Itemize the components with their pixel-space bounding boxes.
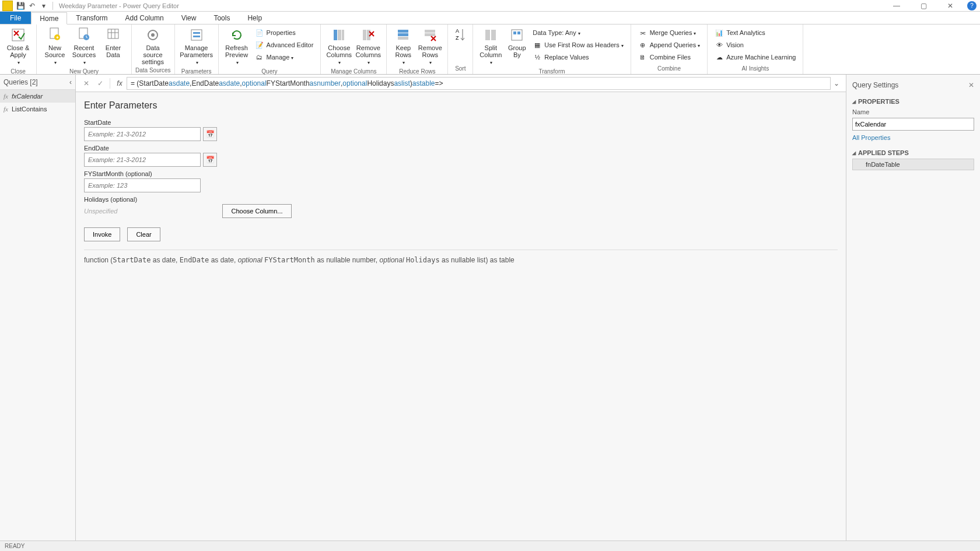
enter-data-icon (105, 27, 121, 43)
help-icon[interactable]: ? (967, 1, 977, 10)
svg-rect-38 (517, 31, 520, 34)
svg-rect-36 (512, 30, 522, 40)
remove-columns-button[interactable]: Remove Columns (354, 26, 383, 68)
all-properties-link[interactable]: All Properties (852, 134, 974, 141)
holidays-label: Holidays (optional) (84, 196, 838, 203)
commit-formula-button[interactable]: ✓ (93, 77, 107, 90)
manage-button[interactable]: 🗂Manage (253, 51, 316, 63)
startdate-label: StartDate (84, 119, 838, 126)
svg-rect-28 (425, 33, 435, 36)
first-row-headers-button[interactable]: ▦Use First Row as Headers (530, 39, 625, 51)
applied-steps-section[interactable]: APPLIED STEPS (852, 149, 974, 156)
svg-rect-8 (108, 29, 118, 38)
close-settings-button[interactable]: ✕ (968, 81, 974, 89)
tab-help[interactable]: Help (239, 12, 271, 24)
advanced-editor-button[interactable]: 📝Advanced Editor (253, 39, 316, 51)
collapse-queries-button[interactable]: ‹ (69, 78, 72, 86)
minimize-button[interactable]: — (883, 0, 910, 12)
invoke-button[interactable]: Invoke (84, 227, 120, 241)
properties-button[interactable]: 📄Properties (253, 27, 316, 38)
fystartmonth-label: FYStartMonth (optional) (84, 170, 838, 177)
merge-queries-button[interactable]: ⫘Merge Queries (636, 27, 703, 38)
manage-parameters-button[interactable]: Manage Parameters (178, 26, 215, 68)
tab-add-column[interactable]: Add Column (117, 12, 173, 24)
startdate-picker-button[interactable]: 📅 (203, 127, 217, 141)
headers-icon: ▦ (533, 40, 542, 50)
data-source-settings-button[interactable]: Data source settings (135, 26, 170, 66)
group-sort-label: Sort (452, 65, 469, 74)
data-type-button[interactable]: Data Type: Any (530, 27, 625, 38)
text-analytics-icon: 📊 (715, 28, 724, 37)
recent-sources-button[interactable]: Recent Sources (69, 26, 99, 68)
svg-rect-37 (513, 31, 516, 34)
tab-view[interactable]: View (173, 12, 205, 24)
enter-data-button[interactable]: Enter Data (99, 26, 128, 59)
sort-icon: AZ (452, 27, 468, 43)
undo-icon[interactable]: ↶ (27, 1, 37, 11)
properties-section[interactable]: PROPERTIES (852, 98, 974, 105)
ribbon-tabs: File Home Transform Add Column View Tool… (0, 12, 980, 24)
save-icon[interactable]: 💾 (15, 1, 26, 11)
tab-tools[interactable]: Tools (205, 12, 239, 24)
status-bar: READY (0, 541, 980, 551)
svg-rect-20 (363, 30, 366, 40)
keep-rows-icon (395, 27, 411, 43)
text-analytics-button[interactable]: 📊Text Analytics (712, 27, 798, 38)
svg-text:Z: Z (456, 35, 459, 41)
maximize-button[interactable]: ▢ (910, 0, 937, 12)
group-ai-label: AI Insights (711, 65, 799, 74)
enter-parameters-title: Enter Parameters (84, 100, 838, 111)
query-name-input[interactable] (852, 118, 974, 131)
sort-button[interactable]: AZ (452, 26, 469, 45)
split-column-button[interactable]: Split Column (477, 26, 505, 68)
query-item-listcontains[interactable]: fxListContains (0, 103, 75, 115)
formula-input[interactable]: = (StartDate as date, EndDate as date, o… (127, 77, 831, 90)
choose-columns-button[interactable]: Choose Columns (324, 26, 354, 68)
close-apply-icon (10, 27, 26, 43)
enddate-input[interactable] (84, 153, 201, 167)
query-item-fxcalendar[interactable]: fxfxCalendar (0, 90, 75, 103)
title-bar: 💾 ↶ ▾ Weekday Parameter - Power Query Ed… (0, 0, 980, 12)
fystartmonth-input[interactable] (84, 178, 201, 192)
status-text: READY (5, 543, 24, 549)
replace-values-button[interactable]: ½Replace Values (530, 51, 625, 63)
function-icon: fx (4, 93, 8, 100)
clear-button[interactable]: Clear (127, 227, 160, 241)
ribbon: Close & Apply Close ✦New Source Recent S… (0, 24, 980, 75)
choose-column-button[interactable]: Choose Column... (222, 204, 291, 218)
keep-rows-button[interactable]: Keep Rows (390, 26, 416, 68)
tab-home[interactable]: Home (31, 12, 67, 24)
vision-button[interactable]: 👁Vision (712, 39, 798, 51)
function-icon: fx (4, 106, 8, 113)
tab-file[interactable]: File (0, 12, 31, 24)
close-apply-button[interactable]: Close & Apply (4, 26, 33, 68)
enddate-picker-button[interactable]: 📅 (203, 153, 217, 167)
refresh-icon (229, 27, 245, 43)
refresh-preview-button[interactable]: Refresh Preview (222, 26, 251, 68)
svg-rect-17 (334, 30, 337, 40)
svg-rect-15 (193, 32, 200, 34)
azure-ml-button[interactable]: ☁Azure Machine Learning (712, 51, 798, 63)
remove-rows-button[interactable]: Remove Rows (416, 26, 444, 68)
queries-pane: Queries [2] ‹ fxfxCalendar fxListContain… (0, 75, 76, 541)
merge-icon: ⫘ (638, 28, 648, 37)
choose-columns-icon (331, 27, 347, 43)
group-ds-label: Data Sources (135, 66, 171, 75)
append-queries-button[interactable]: ⊕Append Queries (636, 39, 703, 51)
close-button[interactable]: ✕ (937, 0, 964, 12)
tab-transform[interactable]: Transform (67, 12, 116, 24)
remove-columns-icon (360, 27, 376, 43)
applied-step-fndatetable[interactable]: fnDateTable (852, 159, 974, 170)
new-source-icon: ✦ (47, 27, 63, 43)
formula-expand-button[interactable]: ⌄ (831, 79, 842, 87)
startdate-input[interactable] (84, 127, 201, 141)
combine-files-button[interactable]: 🗎Combine Files (636, 51, 703, 63)
group-by-button[interactable]: Group By (505, 26, 529, 59)
combine-icon: 🗎 (638, 52, 648, 62)
redo-icon[interactable]: ▾ (38, 1, 49, 11)
parameters-icon (188, 27, 205, 43)
app-icon (2, 1, 13, 11)
svg-rect-24 (398, 30, 408, 33)
cancel-formula-button[interactable]: ✕ (79, 77, 93, 90)
new-source-button[interactable]: ✦New Source (40, 26, 69, 68)
